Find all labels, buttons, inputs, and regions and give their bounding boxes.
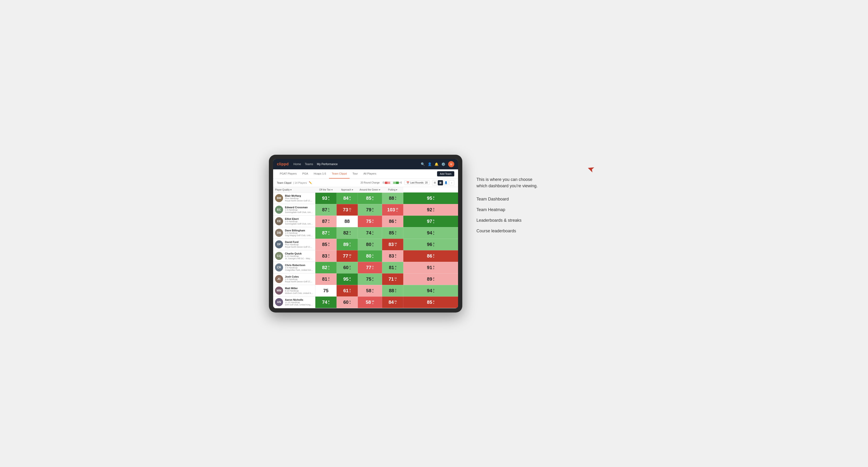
avatar: MM — [275, 286, 283, 294]
arrow-up-icon: ▲ — [372, 256, 374, 258]
score-value: 95 — [427, 195, 432, 201]
avatar: AN — [275, 298, 283, 306]
score-change-num: 5 — [433, 219, 434, 222]
score-cell: 752▲ — [358, 273, 382, 285]
tab-pgat-players[interactable]: PGAT Players — [277, 169, 300, 179]
calendar-icon: 📅 — [406, 181, 409, 184]
score-change-num: 3 — [328, 254, 330, 256]
player-club: St. George's Hill GC - Weybridge - Surre… — [285, 257, 313, 260]
score-cell: 8310▼ — [382, 239, 403, 250]
player-cell: CQCharlie Quick6-10 HandicapSt. George's… — [273, 250, 315, 262]
table-row[interactable]: JCJosh Coles1-5 HandicapRoyal North Devo… — [273, 273, 458, 285]
score-change-num: 1 — [433, 231, 434, 233]
tab-pga[interactable]: PGA — [300, 169, 311, 179]
arrow-down-icon: ▼ — [372, 268, 374, 270]
score-value: 81 — [322, 276, 327, 282]
table-row[interactable]: CQCharlie Quick6-10 HandicapSt. George's… — [273, 250, 458, 262]
nav-my-performance[interactable]: My Performance — [317, 161, 338, 167]
arrow-up-icon: ▲ — [349, 233, 351, 235]
add-team-button[interactable]: Add Team — [437, 171, 454, 177]
score-value: 97 — [427, 219, 432, 224]
score-value: 77 — [343, 253, 348, 259]
score-change-num: 3 — [433, 208, 434, 210]
player-cell: EEElliot Ebert1-5 HandicapSunningdale Go… — [273, 216, 315, 227]
arrow-down-icon: ▼ — [433, 210, 434, 212]
score-value: 58 — [366, 288, 371, 293]
player-cell: ECEdward Crossman1-5 HandicapSunningdale… — [273, 204, 315, 216]
score-change-num: 9 — [328, 196, 330, 198]
table-row[interactable]: ANAaron Nicholls11-15 HandicapDrift Golf… — [273, 297, 458, 308]
player-cell: JCJosh Coles1-5 HandicapRoyal North Devo… — [273, 273, 315, 285]
arrow-down-icon: ▼ — [349, 256, 351, 258]
score-cell: 836▼ — [382, 250, 403, 262]
col-header-approach[interactable]: Approach ▾ — [337, 187, 358, 193]
view-person-icon[interactable]: 👤 — [443, 180, 448, 185]
tab-tour[interactable]: Tour — [349, 169, 361, 179]
player-cell: MMMatt Miller6-10 HandicapWoburn Golf Cl… — [273, 285, 315, 297]
last-rounds-button[interactable]: 📅 Last Rounds: 20 — [404, 181, 430, 185]
score-cell: 748▲ — [315, 297, 337, 308]
col-header-player[interactable]: Player Quality ▾ — [273, 187, 315, 193]
score-cell: 813▼ — [315, 273, 337, 285]
player-club: Royal North Devon Golf Club, United King… — [285, 246, 313, 248]
nav-teams[interactable]: Teams — [305, 161, 313, 167]
score-cell: 975▲ — [403, 216, 458, 227]
view-icons: ⊞ ▦ 👤 ↑ — [432, 180, 454, 185]
arrow-up-icon: ▲ — [433, 198, 434, 200]
table-row[interactable]: MMMatt Miller6-10 HandicapWoburn Golf Cl… — [273, 285, 458, 297]
col-header-putting[interactable]: Putting ▾ — [382, 187, 403, 193]
view-list-icon[interactable]: ▦ — [438, 180, 443, 185]
col-header-around-green[interactable]: Around the Green ▾ — [358, 187, 382, 193]
arrow-down-icon: ▼ — [328, 256, 330, 258]
view-export-icon[interactable]: ↑ — [449, 180, 454, 185]
score-change-num: 3 — [433, 266, 434, 268]
tab-hcaps[interactable]: Hcaps 1-5 — [311, 169, 329, 179]
scale-light-red — [387, 182, 390, 184]
player-club: Woburn Golf Club, United Kingdom — [285, 292, 313, 294]
search-icon[interactable]: 🔍 — [421, 162, 425, 166]
table-row[interactable]: EEElliot Ebert1-5 HandicapSunningdale Go… — [273, 216, 458, 227]
players-tbody: BMBlair McHargPlus HandicapRoyal North D… — [273, 192, 458, 308]
arrow-up-icon: ▲ — [372, 291, 374, 293]
player-name: Josh Coles — [285, 275, 313, 278]
player-club: Gog Magog Golf Club, United Kingdom — [285, 234, 313, 237]
view-grid-icon[interactable]: ⊞ — [432, 180, 437, 185]
score-cell: 824▲ — [337, 227, 358, 239]
score-cell: 881▼ — [382, 192, 403, 204]
bell-icon[interactable]: 🔔 — [434, 162, 438, 166]
tab-team-clippd[interactable]: Team Clippd — [329, 169, 350, 179]
table-row[interactable]: DBDave Billingham1-5 HandicapGog Magog G… — [273, 227, 458, 239]
table-row[interactable]: CRChris Robertson1-5 HandicapCraigmillar… — [273, 262, 458, 273]
score-value: 92 — [427, 207, 432, 213]
player-name: Aaron Nicholls — [285, 299, 313, 301]
avatar: CQ — [275, 252, 283, 260]
score-cell: 753▼ — [358, 216, 382, 227]
edit-icon[interactable]: ✏️ — [309, 181, 312, 184]
avatar: JC — [275, 275, 283, 283]
score-value: 83 — [322, 253, 327, 259]
table-container: Player Quality ▾ Off the Tee ▾ Approach … — [273, 187, 458, 308]
table-row[interactable]: BMBlair McHargPlus HandicapRoyal North D… — [273, 192, 458, 204]
score-value: 74 — [322, 300, 327, 305]
table-row[interactable]: ECEdward Crossman1-5 HandicapSunningdale… — [273, 204, 458, 216]
col-header-off-tee[interactable]: Off the Tee ▾ — [315, 187, 337, 193]
annotation-list-item: Course leaderboards — [476, 228, 599, 234]
table-row[interactable]: DFDavid FordPlus HandicapRoyal North Dev… — [273, 239, 458, 250]
avatar: DF — [275, 240, 283, 248]
score-value: 89 — [343, 242, 348, 247]
user-icon[interactable]: 👤 — [428, 162, 432, 166]
score-cell: 613▼ — [337, 285, 358, 297]
arrow-down-icon: ▼ — [395, 198, 397, 200]
avatar[interactable]: U — [448, 161, 454, 167]
arrow-down-icon: ▼ — [433, 256, 434, 258]
score-change-num: 3 — [328, 277, 330, 280]
player-handicap: 1-5 Handicap — [285, 278, 313, 280]
score-change-num: 3 — [372, 266, 373, 268]
score-value: 83 — [389, 242, 394, 247]
score-value: 87 — [322, 207, 327, 213]
tab-all-players[interactable]: All Players — [361, 169, 379, 179]
score-change-num: 8 — [433, 254, 434, 256]
nav-home[interactable]: Home — [293, 161, 301, 167]
settings-icon[interactable]: ⚙️ — [441, 162, 445, 166]
score-change-num: 3 — [433, 288, 434, 291]
